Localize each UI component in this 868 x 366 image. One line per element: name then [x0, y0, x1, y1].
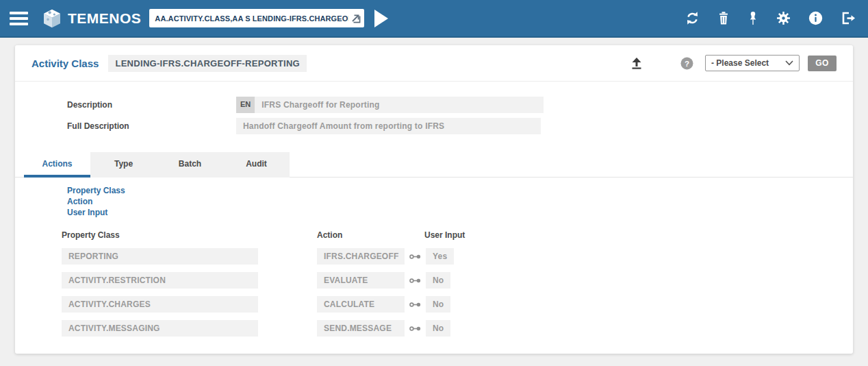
action-value: IFRS.CHARGEOFF	[317, 248, 405, 265]
pin-icon[interactable]	[748, 11, 758, 25]
column-header-user-input: User Input	[424, 230, 465, 240]
table-header-row: Property Class Action User Input	[62, 230, 853, 240]
version-select-value: - Please Select	[711, 58, 769, 68]
trash-icon[interactable]	[717, 11, 730, 25]
header-controls: ? - Please Select GO	[630, 55, 837, 71]
launch-arrow-icon[interactable]	[350, 13, 361, 23]
link-expand-icon[interactable]	[409, 253, 421, 260]
topbar-action-icons	[685, 11, 856, 25]
globe-cube-icon	[41, 8, 63, 29]
full-description-label: Full Description	[67, 118, 236, 131]
user-input-value: No	[426, 272, 450, 289]
action-value: EVALUATE	[317, 272, 405, 289]
upload-icon[interactable]	[630, 56, 643, 70]
action-value: CALCULATE	[317, 296, 405, 313]
record-id: LENDING-IFRS.CHARGEOFF-REPORTING	[108, 55, 307, 72]
chevron-down-icon	[785, 60, 793, 66]
property-class-value: ACTIVITY.RESTRICTION	[62, 272, 258, 289]
user-input-value: No	[426, 296, 450, 313]
table-row: ACTIVITY.RESTRICTION EVALUATE No	[62, 272, 853, 289]
logout-icon[interactable]	[841, 11, 856, 25]
tab-actions[interactable]: Actions	[24, 152, 90, 178]
link-property-class[interactable]: Property Class	[67, 185, 853, 196]
info-icon[interactable]	[808, 11, 823, 25]
user-input-value: Yes	[426, 248, 454, 265]
table-row: ACTIVITY.CHARGES CALCULATE No	[62, 296, 853, 313]
link-expand-icon[interactable]	[409, 325, 421, 332]
description-value: IFRS Chargeoff for Reporting	[255, 97, 544, 113]
gear-icon[interactable]	[776, 11, 791, 25]
record-card: Activity Class LENDING-IFRS.CHARGEOFF-RE…	[15, 45, 853, 354]
page-title: Activity Class	[31, 58, 99, 69]
tab-audit[interactable]: Audit	[223, 152, 290, 178]
version-select[interactable]: - Please Select	[705, 55, 800, 71]
link-expand-icon[interactable]	[409, 277, 421, 284]
language-badge: EN	[236, 97, 255, 113]
command-line-input[interactable]: AA.ACTIVITY.CLASS,AA S LENDING-IFRS.CHAR…	[149, 9, 364, 27]
link-expand-icon[interactable]	[409, 301, 421, 308]
go-button[interactable]: GO	[808, 56, 837, 71]
user-input-value: No	[426, 320, 450, 337]
column-header-property-class: Property Class	[62, 230, 317, 240]
tab-type[interactable]: Type	[90, 152, 157, 178]
table-row: REPORTING IFRS.CHARGEOFF Yes	[62, 248, 853, 265]
description-label: Description	[67, 97, 236, 110]
help-icon[interactable]: ?	[680, 57, 693, 70]
hamburger-menu-icon[interactable]	[10, 12, 28, 25]
column-header-action: Action	[317, 230, 424, 240]
tab-batch[interactable]: Batch	[157, 152, 223, 178]
run-button[interactable]	[372, 9, 389, 28]
full-description-value: Handoff Chargeoff Amount from reporting …	[236, 118, 541, 134]
property-class-value: ACTIVITY.CHARGES	[62, 296, 258, 313]
property-class-value: REPORTING	[62, 248, 258, 265]
full-description-row: Full Description Handoff Chargeoff Amoun…	[67, 118, 853, 134]
table-row: ACTIVITY.MESSAGING SEND.MESSAGE No	[62, 320, 853, 337]
action-value: SEND.MESSAGE	[317, 320, 405, 337]
command-text: AA.ACTIVITY.CLASS,AA S LENDING-IFRS.CHAR…	[155, 14, 348, 23]
tab-strip: Actions Type Batch Audit	[15, 152, 853, 178]
description-row: Description EN IFRS Chargeoff for Report…	[67, 97, 853, 113]
field-link-list: Property Class Action User Input	[67, 185, 853, 218]
brand-name: TEMENOS	[68, 10, 141, 27]
description-fields: Description EN IFRS Chargeoff for Report…	[15, 82, 853, 134]
link-action[interactable]: Action	[67, 196, 853, 207]
link-user-input[interactable]: User Input	[67, 207, 853, 218]
property-class-value: ACTIVITY.MESSAGING	[62, 320, 258, 337]
top-navigation-bar: TEMENOS AA.ACTIVITY.CLASS,AA S LENDING-I…	[0, 0, 868, 38]
refresh-icon[interactable]	[685, 11, 700, 25]
actions-tab-panel: Property Class Action User Input Propert…	[15, 178, 853, 337]
temenos-logo: TEMENOS	[41, 8, 141, 29]
svg-text:?: ?	[685, 59, 689, 67]
play-icon	[372, 9, 389, 28]
record-header: Activity Class LENDING-IFRS.CHARGEOFF-RE…	[15, 45, 853, 82]
